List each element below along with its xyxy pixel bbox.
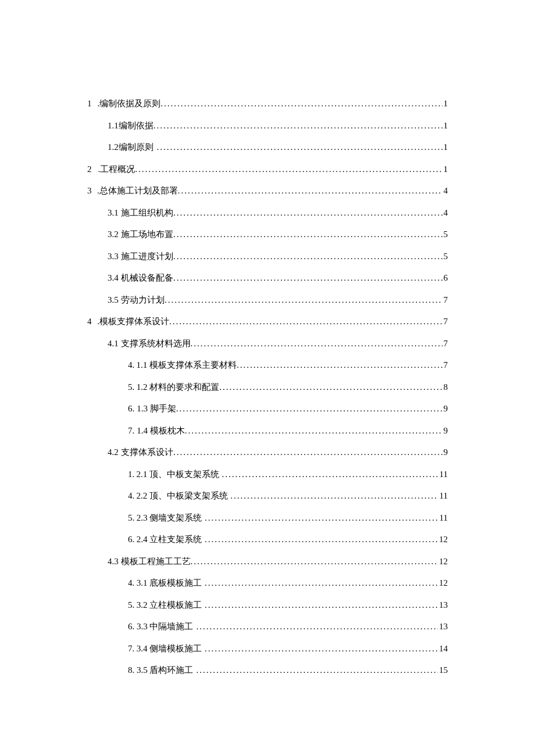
toc-entry-number: 3 — [87, 180, 92, 202]
toc-leader-dots — [135, 159, 442, 181]
toc-leader-dots — [191, 333, 443, 355]
toc-entry-number: 1.2 — [108, 137, 119, 159]
toc-entry-title: 3.1 底板模板施工 — [137, 572, 202, 594]
toc-entry-page: 4 — [443, 180, 448, 202]
toc-leader-dots — [219, 377, 442, 399]
toc-leader-dots — [160, 93, 442, 115]
toc-entry-title: 编制依据 — [119, 115, 154, 137]
toc-entry-page: 6 — [443, 267, 448, 289]
toc-entry-page: 4 — [443, 202, 448, 224]
toc-entry-page: 1 — [443, 137, 448, 159]
toc-leader-dots — [157, 137, 443, 159]
toc-entry-page: 12 — [438, 529, 448, 551]
toc-entry-title: 1.2 材料的要求和配置 — [137, 377, 220, 399]
toc-entry-title: 施工进度计划 — [121, 246, 173, 268]
toc-entry-number: 1. — [128, 464, 134, 486]
toc-entry: 4.2 支撑体系设计9 — [87, 442, 448, 464]
toc-entry: 4. 1.1 模板支撑体系主要材料7 — [87, 354, 448, 377]
toc-entry-page: 12 — [438, 572, 448, 594]
toc-leader-dots — [205, 529, 438, 551]
toc-leader-dots — [173, 246, 443, 268]
toc-entry-title: 2.1 顶、中板支架系统 — [137, 464, 220, 486]
toc-entry-number: 5. — [128, 507, 134, 529]
toc-entry-number: 4.2 — [108, 442, 119, 464]
toc-entry-number: 4. — [128, 354, 134, 377]
toc-entry: 5. 1.2 材料的要求和配置8 — [87, 377, 448, 399]
toc-entry-title: 施工组织机构 — [121, 202, 173, 224]
toc-entry-title: 3.5 盾构环施工 — [137, 660, 194, 682]
toc-entry-page: 1 — [443, 115, 448, 137]
toc-entry-title: 1.4 模板枕木 — [137, 420, 185, 442]
toc-entry: 4.1 支撑系统材料选用7 — [87, 333, 448, 355]
toc-entry-title: 支撑系统材料选用 — [121, 333, 191, 355]
toc-entry-page: 11 — [438, 507, 448, 529]
toc-entry-number: 4. — [128, 572, 134, 594]
toc-entry-title: 机械设备配备 — [121, 267, 173, 289]
toc-leader-dots — [176, 398, 443, 420]
toc-entry-page: 7 — [443, 311, 448, 333]
toc-entry: 1.编制依据及原则1 — [87, 93, 448, 115]
toc-entry-title: 2.4 立柱支架系统 — [137, 529, 202, 551]
toc-entry: 6. 2.4 立柱支架系统12 — [87, 529, 448, 551]
toc-entry: 6. 3.3 中隔墙施工13 — [87, 616, 448, 638]
toc-entry-number: 5. — [128, 377, 134, 399]
toc-entry-number: 3.5 — [108, 289, 119, 311]
toc-leader-dots — [191, 551, 438, 573]
toc-entry-page: 13 — [438, 594, 448, 617]
toc-entry-page: 9 — [443, 398, 448, 420]
toc-entry: 3.3 施工进度计划5 — [87, 246, 448, 268]
toc-entry: 5. 2.3 侧墙支架系统11 — [87, 507, 448, 529]
toc-entry-number: 7. — [128, 638, 134, 660]
toc-entry-number: 3.2 — [108, 224, 119, 246]
toc-entry-number: 3.3 — [108, 246, 119, 268]
page-container: 1.编制依据及原则11.1编制依据11.2编制原则12.工程概况13.总体施工计… — [0, 0, 535, 740]
toc-entry-number: 8. — [128, 660, 134, 682]
toc-entry-number: 4.3 — [108, 551, 119, 573]
toc-leader-dots — [173, 202, 443, 224]
toc-entry: 4. 3.1 底板模板施工12 — [87, 572, 448, 594]
toc-entry-number: 4. — [128, 485, 134, 507]
toc-leader-dots — [205, 572, 438, 594]
toc-entry-page: 15 — [438, 660, 448, 682]
toc-leader-dots — [222, 464, 438, 486]
toc-entry-number: 4.1 — [108, 333, 119, 355]
toc-leader-dots — [185, 420, 443, 442]
toc-leader-dots — [205, 638, 438, 660]
toc-entry: 7. 1.4 模板枕木9 — [87, 420, 448, 442]
toc-entry: 1.1编制依据1 — [87, 115, 448, 137]
toc-entry-title: 3.2 立柱模板施工 — [137, 594, 202, 617]
toc-entry-number: 6. — [128, 616, 134, 638]
toc-entry: 5. 3.2 立柱模板施工13 — [87, 594, 448, 617]
toc-entry: 4.模板支撑体系设计7 — [87, 311, 448, 333]
toc-entry-page: 7 — [443, 333, 448, 355]
toc-entry-number: 1 — [87, 93, 92, 115]
toc-entry: 3.1 施工组织机构4 — [87, 202, 448, 224]
toc-entry: 3.4 机械设备配备6 — [87, 267, 448, 289]
toc-entry: 7. 3.4 侧墙模板施工14 — [87, 638, 448, 660]
toc-entry-title: 1.3 脚手架 — [137, 398, 176, 420]
toc-entry-number: 3.1 — [108, 202, 119, 224]
toc-entry-page: 9 — [443, 420, 448, 442]
toc-entry-page: 5 — [443, 224, 448, 246]
toc-entry: 8. 3.5 盾构环施工15 — [87, 660, 448, 682]
toc-leader-dots — [169, 311, 442, 333]
toc-leader-dots — [205, 594, 438, 617]
toc-entry: 4.3 模板工程施工工艺12 — [87, 551, 448, 573]
toc-entry-page: 5 — [443, 246, 448, 268]
toc-leader-dots — [173, 224, 443, 246]
toc-leader-dots — [196, 660, 438, 682]
toc-entry-page: 14 — [438, 638, 448, 660]
toc-leader-dots — [178, 180, 443, 202]
toc-entry-number: 6. — [128, 398, 134, 420]
toc-entry-number: 3.4 — [108, 267, 119, 289]
toc-entry: 3.总体施工计划及部署4 — [87, 180, 448, 202]
toc-entry-title: 3.3 中隔墙施工 — [137, 616, 194, 638]
toc-entry-number: 7. — [128, 420, 134, 442]
toc-leader-dots — [165, 289, 442, 311]
toc-entry-page: 12 — [438, 551, 448, 573]
toc-leader-dots — [205, 507, 438, 529]
toc-entry: 4. 2.2 顶、中板梁支架系统11 — [87, 485, 448, 507]
toc-leader-dots — [230, 485, 438, 507]
toc-leader-dots — [173, 267, 443, 289]
toc-entry: 6. 1.3 脚手架9 — [87, 398, 448, 420]
